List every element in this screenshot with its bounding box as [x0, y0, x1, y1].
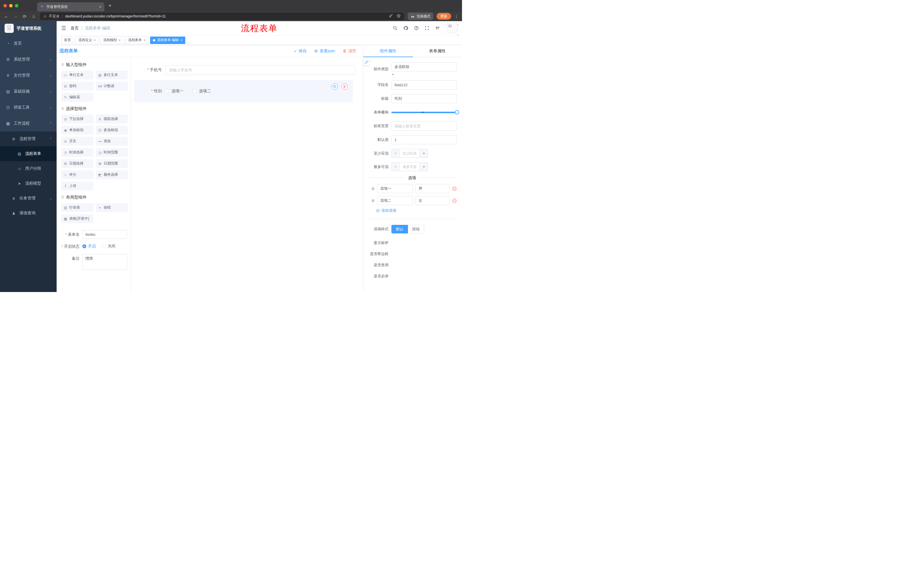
copy-component-button[interactable] — [332, 84, 338, 90]
canvas-field-phone[interactable]: 手机号 — [139, 65, 355, 75]
style-default-button[interactable]: 默认 — [391, 225, 408, 234]
palette-item-slider[interactable]: ⊶滑块 — [96, 137, 128, 146]
status-off-radio[interactable]: 关闭 — [102, 244, 116, 249]
github-icon[interactable] — [403, 26, 408, 31]
reload-icon[interactable]: ⟳ — [22, 14, 28, 19]
view-json-button[interactable]: 查看json — [314, 49, 335, 54]
plus-button[interactable]: + — [420, 149, 428, 158]
sidebar-item-workflow[interactable]: ▦ 工作流程 ⌃ — [0, 115, 57, 132]
palette-item-date-picker[interactable]: ⊞日期选择 — [61, 159, 94, 168]
option-value-input[interactable] — [416, 196, 450, 205]
palette-item-single-line-text[interactable]: ▭单行文本 — [61, 71, 94, 79]
link-icon[interactable] — [363, 59, 370, 66]
toolbar-chevron-icon[interactable]: ⌄ — [457, 22, 459, 26]
fullscreen-icon[interactable] — [424, 26, 429, 31]
browser-menu-icon[interactable]: ⋮ — [455, 14, 459, 18]
style-button-button[interactable]: 按钮 — [408, 225, 424, 234]
palette-item-password[interactable]: ⊟密码 — [61, 82, 94, 90]
form-name-input[interactable] — [82, 230, 127, 239]
palette-item-button[interactable]: ⌖按钮 — [96, 203, 128, 212]
min-select-input[interactable] — [400, 149, 420, 158]
default-value-input[interactable] — [391, 135, 457, 144]
close-icon[interactable]: × — [94, 38, 96, 42]
new-tab-button[interactable]: + — [108, 3, 112, 9]
home-icon[interactable]: ⌂ — [31, 14, 36, 19]
search-icon[interactable] — [393, 26, 398, 31]
close-icon[interactable]: × — [180, 38, 182, 42]
remove-option-icon[interactable] — [452, 198, 457, 203]
page-url[interactable]: dashboard.yudao.iocoder.cn/bpm/manager/f… — [65, 14, 386, 18]
slider-handle[interactable] — [455, 110, 459, 115]
max-select-stepper[interactable]: − + — [391, 162, 428, 171]
minimize-window-button[interactable] — [9, 4, 13, 7]
save-button[interactable]: ✓保存 — [294, 49, 307, 54]
palette-item-radio-group[interactable]: ◉单选框组 — [61, 126, 94, 135]
palette-item-color-picker[interactable]: ◩颜色选择 — [96, 170, 128, 179]
option-name-input[interactable] — [377, 196, 413, 205]
field-name-input[interactable] — [391, 80, 457, 89]
sidebar-item-system[interactable]: ⚙ 系统管理 ⌄ — [0, 51, 57, 67]
form-canvas[interactable]: 手机号 性别 选项一 选项二 — [131, 57, 363, 292]
phone-input[interactable] — [165, 65, 355, 75]
security-label[interactable]: 不安全 — [49, 14, 60, 19]
sidebar-item-process-mgmt[interactable]: ≣ 流程管理 ⌃ — [0, 132, 57, 146]
canvas-field-gender-selected[interactable]: 性别 选项一 选项二 — [134, 80, 353, 102]
grid-slider[interactable] — [391, 108, 457, 117]
font-size-icon[interactable]: TT — [435, 26, 440, 31]
sidebar-item-leave-query[interactable]: ♟ 请假查询 — [0, 206, 57, 220]
palette-item-counter[interactable]: 123计数器 — [96, 82, 128, 90]
max-select-input[interactable] — [400, 163, 420, 171]
minus-button[interactable]: − — [392, 149, 400, 158]
add-option-button[interactable]: 添加选项 — [367, 208, 457, 213]
plus-button[interactable]: + — [420, 163, 428, 171]
bookmark-star-icon[interactable] — [396, 14, 401, 19]
forward-icon[interactable]: → — [13, 14, 18, 19]
gender-option2-checkbox[interactable]: 选项二 — [193, 89, 211, 94]
title-input[interactable] — [391, 94, 457, 103]
min-select-stepper[interactable]: − + — [391, 149, 428, 158]
address-bar[interactable]: ⚠ 不安全 | dashboard.yudao.iocoder.cn/bpm/m… — [40, 13, 404, 20]
help-icon[interactable] — [414, 26, 419, 31]
close-window-button[interactable] — [3, 4, 7, 7]
remove-option-icon[interactable] — [452, 186, 457, 191]
palette-item-table[interactable]: ▦表格[开发中] — [61, 214, 94, 223]
tab-component-props[interactable]: 组件属性 — [363, 45, 413, 57]
slider-track[interactable] — [391, 112, 457, 113]
sidebar-item-task-mgmt[interactable]: ⋔ 任务管理 ⌄ — [0, 191, 57, 206]
close-icon[interactable]: × — [144, 38, 145, 42]
tag-process-form[interactable]: 流程表单× — [125, 36, 148, 44]
palette-item-upload[interactable]: ↥上传 — [61, 181, 94, 190]
close-icon[interactable]: × — [119, 38, 120, 42]
gender-option1-checkbox[interactable]: 选项一 — [165, 89, 183, 94]
palette-item-switch[interactable]: ⊝开关 — [61, 137, 94, 146]
palette-item-select[interactable]: ◎下拉选择 — [61, 115, 94, 123]
delete-component-button[interactable] — [342, 84, 348, 90]
sidebar-item-infrastructure[interactable]: ▤ 基础设施 ⌄ — [0, 84, 57, 99]
option-name-input[interactable] — [377, 184, 413, 193]
tag-process-form-edit[interactable]: 流程表单-编辑× — [150, 36, 185, 44]
palette-item-multi-line-text[interactable]: ▤多行文本 — [96, 71, 128, 79]
sidebar-item-process-form[interactable]: ▤ 流程表单 — [0, 146, 57, 161]
sidebar-item-process-model[interactable]: ➤ 流程模型 — [0, 176, 57, 191]
sidebar-logo[interactable]: 芋道管理系统 — [0, 21, 57, 35]
drag-handle-icon[interactable]: ≣ — [371, 198, 375, 203]
update-browser-button[interactable]: 更新 — [437, 13, 451, 20]
palette-item-time-picker[interactable]: ◷时间选择 — [61, 148, 94, 157]
password-key-icon[interactable] — [389, 14, 393, 19]
palette-item-rate[interactable]: ☆评分 — [61, 170, 94, 179]
browser-tab[interactable]: 芋道管理系统 × — [37, 2, 104, 12]
sidebar-item-home[interactable]: ◔ 首页 — [0, 35, 57, 51]
status-on-radio[interactable]: 开启 — [82, 244, 96, 249]
palette-item-checkbox-group[interactable]: ☑多选框组 — [96, 126, 128, 135]
palette-item-cascader[interactable]: ⋔级联选择 — [96, 115, 128, 123]
tag-process-model[interactable]: 流程模型× — [101, 36, 124, 44]
zoom-window-button[interactable] — [15, 4, 18, 7]
label-width-input[interactable] — [391, 122, 457, 131]
option-value-input[interactable] — [416, 184, 450, 193]
breadcrumb-home[interactable]: 首页 — [71, 26, 79, 31]
palette-item-date-range[interactable]: ⊠日期范围 — [96, 159, 128, 168]
sidebar-item-user-group[interactable]: ☺ 用户分组 — [0, 161, 57, 176]
clear-button[interactable]: 清空 — [343, 49, 356, 54]
back-icon[interactable]: ← — [3, 14, 9, 19]
palette-item-row-container[interactable]: ▥行容器 — [61, 203, 94, 212]
